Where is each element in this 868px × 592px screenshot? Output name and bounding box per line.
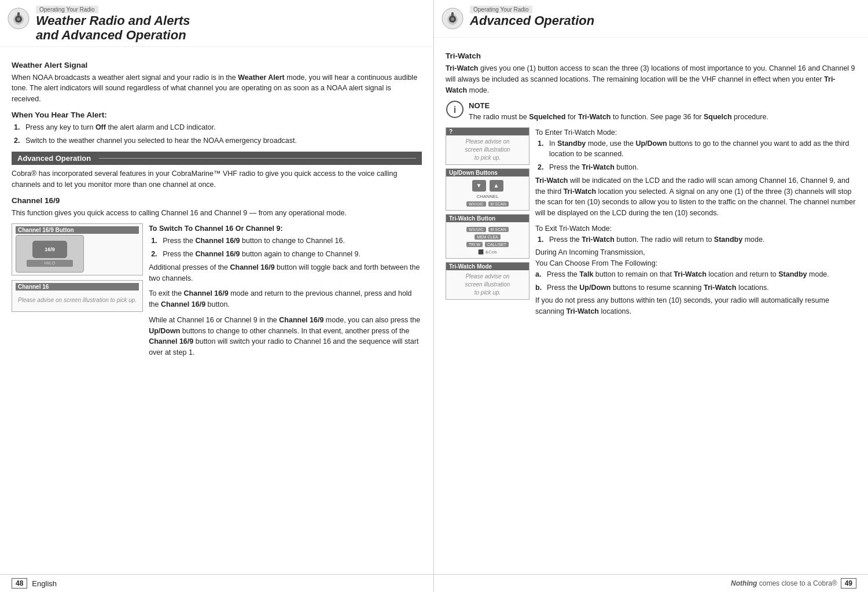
tri-watch-instructions: To Enter Tri-Watch Mode: 1. In Standby m… <box>535 127 856 322</box>
weather-alert-title: Weather Alert Signal <box>12 61 422 69</box>
radio-icon-left <box>7 7 30 30</box>
final-para: If you do not press any buttons within t… <box>535 295 856 317</box>
enter-step-1: 1. In Standby mode, use the Up/Down butt… <box>538 138 856 160</box>
svg-rect-3 <box>17 12 20 16</box>
tri-img-box-3: Tri-Watch Button WX/UIC M SCAN MEM CLEA … <box>446 214 529 259</box>
tri-img-label-1: ? <box>446 128 529 135</box>
left-footer-lang: English <box>32 579 57 588</box>
exit-tri-watch-title: To Exit Tri-Watch Mode: <box>535 223 856 234</box>
note-box: i NOTE The radio must be Squelched for T… <box>446 100 856 123</box>
channel16-label: Channel 16 <box>16 283 139 291</box>
incoming-title: During An Incoming Transmission,You Can … <box>535 247 856 269</box>
left-content-area: Weather Alert Signal When NOAA broadcast… <box>0 47 433 574</box>
tri-img-content-1: Please advise onscreen illustrationto pi… <box>446 135 529 164</box>
right-content-area: Tri-Watch Tri-Watch gives you one (1) bu… <box>434 38 868 574</box>
left-subtitle: Operating Your Radio <box>36 6 98 13</box>
weather-step-2: 2. Switch to the weather channel you sel… <box>14 135 422 146</box>
tri-img-content-4: Please advise onscreen illustrationto pi… <box>446 270 529 299</box>
left-header-title-block: Operating Your Radio Weather Radio and A… <box>36 5 190 43</box>
channel169-container: Channel 16/9 Button 16/9 HI/LO <box>12 223 422 363</box>
channel169-para2: To exit the Channel 16/9 mode and return… <box>149 288 422 310</box>
tri-img-label-3: Tri-Watch Button <box>446 215 529 222</box>
channel169-steps: 1. Press the Channel 16/9 button to chan… <box>149 236 422 260</box>
left-header: Operating Your Radio Weather Radio and A… <box>0 0 433 47</box>
incoming-choice-b: b. Press the Up/Down buttons to resume s… <box>535 282 856 293</box>
channel169-step-1: 1. Press the Channel 16/9 button to chan… <box>151 236 422 247</box>
channel169-instructions-title: To Switch To Channel 16 Or Channel 9: <box>149 223 422 234</box>
svg-point-2 <box>17 17 20 21</box>
up-arrow-btn: ▲ <box>490 180 503 192</box>
tri-watch-section-title: Tri-Watch <box>446 52 856 60</box>
tri-watch-images: ? Please advise onscreen illustrationto … <box>446 127 529 322</box>
tri-watch-description: Tri-Watch will be indicated on the LCD a… <box>535 175 856 219</box>
right-footer: Nothing comes close to a Cobra® 49 <box>434 574 868 592</box>
tri-watch-container: ? Please advise onscreen illustrationto … <box>446 127 856 322</box>
channel169-para3: While at Channel 16 or Channel 9 in the … <box>149 315 422 358</box>
enter-tri-watch-title: To Enter Tri-Watch Mode: <box>535 127 856 138</box>
radio-icon-right <box>441 7 464 30</box>
channel169-body: This function gives you quick access to … <box>12 208 422 219</box>
channel16-box: Channel 16 Please advise on screen illus… <box>12 280 143 312</box>
enter-step-2: 2. Press the Tri-Watch button. <box>538 162 856 173</box>
channel169-instructions: To Switch To Channel 16 Or Channel 9: 1.… <box>149 223 422 363</box>
tri-img-box-4: Tri-Watch Mode Please advise onscreen il… <box>446 262 529 300</box>
note-text: NOTE The radio must be Squelched for Tri… <box>469 100 768 123</box>
tri-watch-body: Tri-Watch gives you one (1) button acces… <box>446 63 856 95</box>
incoming-choice-a: a. Press the Talk button to remain on th… <box>535 269 856 280</box>
right-column: Operating Your Radio Advanced Operation … <box>434 0 868 592</box>
down-arrow-btn: ▼ <box>472 180 486 192</box>
channel16-placeholder: Please advise on screen illustration to … <box>16 292 139 309</box>
channel169-images: Channel 16/9 Button 16/9 HI/LO <box>12 223 143 363</box>
tri-img-label-2: Up/Down Buttons <box>446 169 529 177</box>
advanced-op-bar: Advanced Operation <box>12 152 422 165</box>
right-header-title-block: Operating Your Radio Advanced Operation <box>470 5 594 28</box>
left-page-number: 48 <box>12 578 27 589</box>
weather-alert-body: When NOAA broadcasts a weather alert sig… <box>12 72 422 105</box>
tri-img-box-2: Up/Down Buttons ▼ ▲ CHANNEL WX/UIC M SCA… <box>446 168 529 211</box>
tri-img-label-4: Tri-Watch Mode <box>446 263 529 270</box>
weather-step-1: 1. Press any key to turn Off the alert a… <box>14 122 422 133</box>
channel169-button-visual: 16/9 HI/LO <box>16 235 84 273</box>
left-column: Operating Your Radio Weather Radio and A… <box>0 0 434 592</box>
footer-nothing: Nothing <box>731 579 757 587</box>
svg-point-6 <box>451 17 454 21</box>
when-you-hear-title: When You Hear The Alert: <box>12 111 422 119</box>
footer-brand-text: Nothing comes close to a Cobra® <box>731 579 837 587</box>
left-footer: 48 English <box>0 574 433 592</box>
right-header: Operating Your Radio Advanced Operation <box>434 0 868 38</box>
svg-text:i: i <box>454 105 456 115</box>
incoming-choices: a. Press the Talk button to remain on th… <box>535 269 856 293</box>
advanced-op-body: Cobra® has incorporated several features… <box>12 168 422 190</box>
exit-step-1: 1. Press the Tri-Watch button. The radio… <box>538 234 856 245</box>
channel169-step-2: 2. Press the Channel 16/9 button again t… <box>151 249 422 260</box>
right-subtitle-bar: Operating Your Radio <box>470 5 594 13</box>
channel169-button-label: Channel 16/9 Button <box>16 226 139 234</box>
exit-tri-watch-steps: 1. Press the Tri-Watch button. The radio… <box>535 234 856 245</box>
left-subtitle-bar: Operating Your Radio <box>36 5 190 13</box>
channel169-button-box: Channel 16/9 Button 16/9 HI/LO <box>12 223 143 275</box>
enter-tri-watch-steps: 1. In Standby mode, use the Up/Down butt… <box>535 138 856 173</box>
left-title: Weather Radio and Alerts and Advanced Op… <box>36 13 190 43</box>
channel169-para1: Additional presses of the Channel 16/9 b… <box>149 262 422 284</box>
right-subtitle: Operating Your Radio <box>470 6 532 13</box>
right-title: Advanced Operation <box>470 13 594 28</box>
tri-img-box-1: ? Please advise onscreen illustrationto … <box>446 127 529 165</box>
advanced-op-label: Advanced Operation <box>17 154 91 163</box>
weather-steps-list: 1. Press any key to turn Off the alert a… <box>12 122 422 146</box>
right-page-number: 49 <box>841 578 856 589</box>
note-icon: i <box>446 100 464 119</box>
svg-rect-7 <box>451 12 454 16</box>
channel169-title: Channel 16/9 <box>12 196 422 205</box>
